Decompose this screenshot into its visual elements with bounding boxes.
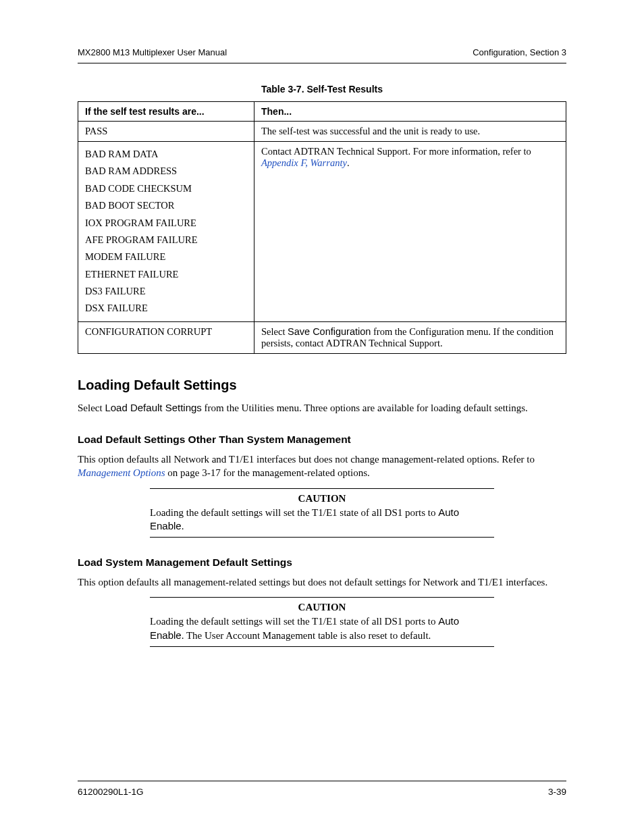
caution-box-2: CAUTION Loading the default settings wil… [150, 597, 494, 647]
caution-title: CAUTION [150, 602, 494, 613]
text: This option defaults all Network and T1/… [78, 454, 535, 465]
table-header-condition: If the self test results are... [78, 102, 254, 122]
header-rule [78, 63, 566, 63]
cell-corrupt-then: Select Save Configuration from the Confi… [254, 321, 566, 353]
errors-then-after: . [347, 157, 350, 168]
paragraph-other-than-sysmgmt: This option defaults all Network and T1/… [78, 452, 566, 480]
cell-corrupt-condition: CONFIGURATION CORRUPT [78, 321, 254, 353]
header-right: Configuration, Section 3 [473, 47, 566, 57]
caution-box-1: CAUTION Loading the default settings wil… [150, 488, 494, 538]
load-default-settings-label: Load Default Settings [105, 402, 201, 413]
caution-title: CAUTION [150, 493, 494, 504]
error-item: BAD RAM ADDRESS [85, 163, 247, 180]
error-item: DSX FAILURE [85, 300, 247, 317]
text: . [182, 521, 184, 531]
table-header-then: Then... [254, 102, 566, 122]
error-item: MODEM FAILURE [85, 249, 247, 265]
error-list: BAD RAM DATA BAD RAM ADDRESS BAD CODE CH… [85, 146, 247, 317]
text: . The User Account Management table is a… [182, 630, 431, 641]
table-row-errors: BAD RAM DATA BAD RAM ADDRESS BAD CODE CH… [78, 142, 566, 322]
footer-left: 61200290L1-1G [78, 787, 144, 797]
error-item: BAD RAM DATA [85, 146, 247, 163]
table-row-corrupt: CONFIGURATION CORRUPT Select Save Config… [78, 321, 566, 353]
error-item: AFE PROGRAM FAILURE [85, 232, 247, 249]
text: Loading the default settings will set th… [150, 616, 438, 627]
caution-text: Loading the default settings will set th… [150, 615, 494, 642]
text: on page 3-17 for the management-related … [165, 467, 370, 478]
page-header: MX2800 M13 Multiplexer User Manual Confi… [78, 47, 566, 57]
cell-pass-condition: PASS [78, 122, 254, 142]
heading-sysmgmt-default: Load System Management Default Settings [78, 556, 566, 569]
errors-then-text: Contact ADTRAN Technical Support. For mo… [261, 146, 531, 157]
footer-rule [78, 781, 566, 781]
error-item: BAD CODE CHECKSUM [85, 180, 247, 197]
table-caption: Table 3-7. Self-Test Results [78, 84, 566, 95]
error-item: DS3 FAILURE [85, 283, 247, 300]
text: from the Utilities menu. Three options a… [202, 402, 528, 413]
table-row-pass: PASS The self-test was successful and th… [78, 122, 566, 142]
table-header-row: If the self test results are... Then... [78, 102, 566, 122]
corrupt-then-before: Select [261, 326, 288, 337]
cell-pass-then: The self-test was successful and the uni… [254, 122, 566, 142]
appendix-warranty-link[interactable]: Appendix F, Warranty [261, 157, 347, 168]
heading-loading-default-settings: Loading Default Settings [78, 377, 566, 393]
footer-right: 3-39 [548, 787, 566, 797]
paragraph-loading-default: Select Load Default Settings from the Ut… [78, 401, 566, 415]
header-left: MX2800 M13 Multiplexer User Manual [78, 47, 227, 57]
self-test-results-table: If the self test results are... Then... … [78, 101, 566, 354]
caution-text: Loading the default settings will set th… [150, 506, 494, 533]
heading-other-than-sysmgmt: Load Default Settings Other Than System … [78, 434, 566, 446]
cell-errors-condition: BAD RAM DATA BAD RAM ADDRESS BAD CODE CH… [78, 142, 254, 322]
page: MX2800 M13 Multiplexer User Manual Confi… [0, 0, 644, 834]
text: Select [78, 402, 105, 413]
management-options-link[interactable]: Management Options [78, 467, 165, 478]
text: Loading the default settings will set th… [150, 507, 438, 518]
error-item: IOX PROGRAM FAILURE [85, 215, 247, 232]
error-item: BAD BOOT SECTOR [85, 197, 247, 214]
page-footer: 61200290L1-1G 3-39 [78, 781, 566, 797]
cell-errors-then: Contact ADTRAN Technical Support. For mo… [254, 142, 566, 322]
paragraph-sysmgmt-default: This option defaults all management-rela… [78, 575, 566, 589]
save-config-label: Save Configuration [288, 326, 371, 337]
error-item: ETHERNET FAILURE [85, 266, 247, 283]
